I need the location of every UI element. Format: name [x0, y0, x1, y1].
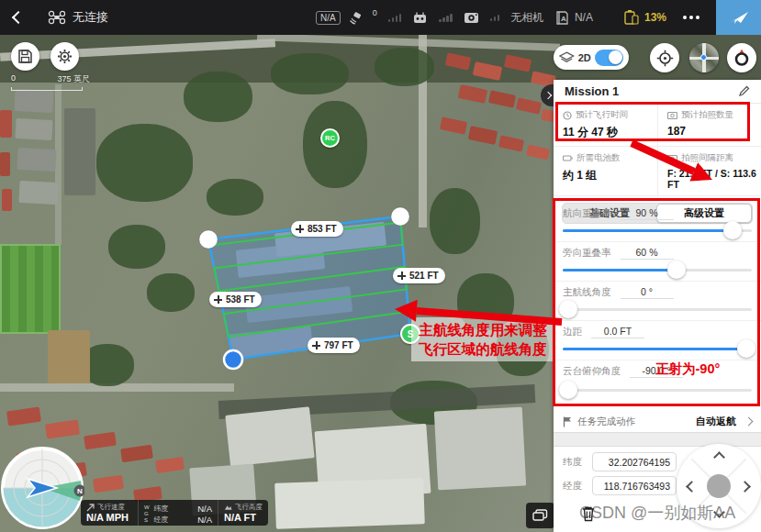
slider-value-field[interactable]: 0 ° — [621, 286, 674, 299]
longitude-input[interactable]: 118.716763493 — [592, 476, 677, 495]
route-angle-annotation: 主航线角度用来调整 飞行区域的航线角度 — [411, 317, 554, 361]
collapse-chevron-icon — [544, 92, 552, 99]
slider-handle[interactable] — [559, 300, 577, 318]
map-trees — [271, 53, 349, 94]
map-building — [274, 478, 425, 529]
slider-track[interactable] — [563, 269, 752, 272]
map-roof — [516, 97, 542, 114]
slider-track[interactable] — [563, 348, 752, 350]
compass-icon — [732, 48, 752, 68]
finish-action-value: 自动返航 — [696, 415, 736, 428]
takeoff-button[interactable] — [716, 0, 761, 35]
map-mode-toggle[interactable] — [595, 50, 623, 66]
minimap-preview-button[interactable] — [689, 43, 719, 72]
svg-text:N: N — [77, 487, 83, 495]
rc-signal-bars — [439, 14, 453, 22]
gps-signal-bars — [388, 14, 402, 22]
nudge-up-button[interactable] — [713, 451, 725, 463]
drone-icon — [48, 10, 66, 25]
back-chevron-icon — [12, 11, 25, 24]
slider-track[interactable] — [563, 389, 752, 392]
delete-point-button[interactable] — [581, 505, 596, 522]
speed-label: 飞行速度 — [97, 503, 125, 512]
slider-handle[interactable] — [667, 260, 686, 279]
gimbal-angle-annotation: 正射为-90° — [655, 360, 720, 378]
slider-label: 云台俯仰角度 — [563, 365, 621, 378]
slider-value-field[interactable]: 0.0 FT — [591, 326, 644, 338]
map-trees — [430, 188, 480, 254]
map-trees — [96, 124, 193, 202]
stat-label: 所需电池数 — [576, 152, 621, 164]
remote-controller-icon — [412, 11, 428, 25]
nudge-down-button[interactable] — [713, 506, 725, 518]
map-building — [434, 407, 526, 491]
attitude-compass[interactable]: N — [0, 446, 84, 530]
plus-icon — [312, 341, 320, 349]
map-trees — [207, 179, 263, 216]
map-building — [64, 108, 95, 195]
map-roof — [440, 116, 467, 135]
compass-reset-button[interactable] — [727, 43, 756, 72]
finish-action-row[interactable]: 任务完成动作 自动返航 — [554, 413, 761, 430]
stat-value: F: 21.3 FT / S: 113.6 FT — [667, 168, 761, 190]
latitude-label: 纬度 — [563, 456, 585, 469]
slider-label: 航向重叠率 — [563, 207, 611, 220]
save-mission-button[interactable] — [11, 42, 39, 71]
edit-pencil-icon[interactable] — [738, 85, 750, 97]
slider-track[interactable] — [563, 308, 752, 311]
stat-value: 187 — [667, 125, 761, 138]
stat-value: 约 1 组 — [563, 168, 657, 183]
slider-label: 主航线角度 — [563, 286, 611, 299]
nudge-center-button[interactable] — [707, 474, 731, 498]
slider-fill — [563, 348, 752, 350]
camera-status: 无相机 — [510, 10, 543, 26]
map-roof — [0, 152, 10, 176]
slider-track[interactable] — [563, 229, 752, 232]
camera-signal-bars — [490, 15, 500, 21]
map-roof — [45, 420, 80, 439]
rc-label: RC — [325, 134, 335, 142]
chevron-right-icon — [744, 417, 754, 427]
slider-value-field[interactable]: 60 % — [621, 247, 674, 260]
slider-value-field[interactable]: 90 % — [621, 207, 674, 220]
map-mode-pill[interactable]: 2D — [554, 45, 629, 70]
nudge-right-button[interactable] — [739, 481, 751, 493]
map-mode-label: 2D — [578, 52, 591, 63]
top-status-bar: 无连接 N/A 0 无相机 — [0, 0, 761, 35]
panel-separator — [554, 432, 761, 447]
slider-handle[interactable] — [723, 221, 742, 239]
slider-row-course-overlap: 航向重叠率 90 % — [554, 203, 761, 242]
latitude-input[interactable]: 32.202764195 — [592, 452, 677, 471]
map-building — [14, 89, 53, 113]
map-roof — [155, 457, 185, 473]
altitude-value: N/A FT — [224, 512, 263, 523]
map-trees — [184, 72, 252, 122]
map-trees — [375, 48, 434, 86]
photo-icon — [667, 111, 677, 119]
gps-satellite-icon — [348, 10, 364, 25]
map-roof — [0, 110, 12, 138]
settings-button[interactable] — [50, 42, 79, 71]
slider-fill — [563, 229, 733, 232]
locate-me-button[interactable] — [650, 43, 679, 72]
map-building — [15, 118, 52, 140]
map-scale-start: 0 — [11, 73, 16, 85]
map-building — [17, 148, 56, 172]
back-button[interactable] — [0, 0, 37, 35]
slider-handle[interactable] — [737, 339, 755, 358]
map-layer-switch-button[interactable] — [526, 503, 554, 528]
finish-action-label: 任务完成动作 — [577, 416, 690, 428]
stat-photo-interval: 拍照间隔距离 F: 21.3 FT / S: 113.6 FT — [657, 147, 761, 196]
nudge-left-button[interactable] — [686, 481, 698, 493]
slider-row-margin: 边距 0.0 FT — [554, 321, 761, 360]
slider-handle[interactable] — [559, 381, 577, 399]
altitude-icon — [224, 504, 232, 511]
map-scale: 0 375 英尺 — [11, 73, 90, 91]
map-building — [225, 406, 314, 466]
more-menu-button[interactable] — [683, 16, 699, 19]
speed-arrow-icon — [86, 504, 95, 512]
map-courts — [48, 330, 90, 383]
slider-row-side-overlap: 旁向重叠率 60 % — [554, 242, 761, 282]
map-roof — [84, 432, 117, 450]
battery-small-icon — [563, 154, 573, 162]
